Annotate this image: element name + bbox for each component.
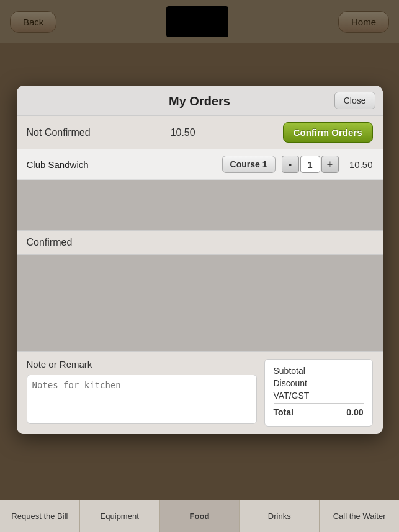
bottom-tab-bar: Request the Bill Equipment Food Drinks C… bbox=[0, 500, 399, 532]
confirm-orders-button[interactable]: Confirm Orders bbox=[283, 122, 373, 143]
course-badge[interactable]: Course 1 bbox=[222, 156, 276, 173]
total-value: 0.00 bbox=[346, 407, 363, 417]
modal-title: My Orders bbox=[169, 94, 230, 109]
qty-increase-button[interactable]: + bbox=[321, 156, 339, 173]
note-left: Note or Remark bbox=[27, 359, 257, 427]
note-label: Note or Remark bbox=[27, 359, 257, 370]
qty-controls: - 1 + bbox=[282, 156, 339, 173]
not-confirmed-label: Not Confirmed bbox=[27, 127, 91, 138]
order-price: 10.50 bbox=[345, 159, 373, 170]
confirmed-label: Confirmed bbox=[27, 237, 73, 248]
modal-header: My Orders Close bbox=[17, 86, 383, 115]
tab-request-bill[interactable]: Request the Bill bbox=[0, 500, 80, 532]
orders-area: Club Sandwich Course 1 - 1 + 10.50 bbox=[17, 149, 383, 230]
subtotal-row: Subtotal bbox=[274, 366, 364, 376]
confirmed-area bbox=[17, 255, 383, 351]
note-section: Note or Remark Subtotal Discount VAT/GST… bbox=[17, 351, 383, 434]
vat-row: VAT/GST bbox=[274, 391, 364, 401]
tab-call-waiter[interactable]: Call the Waiter bbox=[320, 500, 399, 532]
qty-decrease-button[interactable]: - bbox=[282, 156, 299, 173]
confirmed-header: Confirmed bbox=[17, 230, 383, 255]
total-label: Total bbox=[274, 407, 294, 417]
subtotal-label: Subtotal bbox=[274, 366, 305, 376]
totals-box: Subtotal Discount VAT/GST Total 0.00 bbox=[264, 359, 373, 427]
not-confirmed-amount: 10.50 bbox=[171, 127, 195, 138]
total-row: Total 0.00 bbox=[274, 403, 364, 417]
tab-drinks[interactable]: Drinks bbox=[240, 500, 320, 532]
discount-row: Discount bbox=[274, 378, 364, 388]
qty-display: 1 bbox=[300, 156, 320, 173]
tab-food[interactable]: Food bbox=[160, 500, 240, 532]
discount-label: Discount bbox=[274, 378, 307, 388]
order-name: Club Sandwich bbox=[27, 159, 216, 170]
modal-overlay: My Orders Close Not Confirmed 10.50 Conf… bbox=[0, 0, 399, 532]
orders-modal: My Orders Close Not Confirmed 10.50 Conf… bbox=[17, 86, 383, 434]
close-button[interactable]: Close bbox=[334, 92, 375, 109]
not-confirmed-header: Not Confirmed 10.50 Confirm Orders bbox=[17, 115, 383, 149]
note-textarea[interactable] bbox=[27, 375, 257, 424]
vat-label: VAT/GST bbox=[274, 391, 310, 401]
tab-equipment[interactable]: Equipment bbox=[80, 500, 160, 532]
order-row: Club Sandwich Course 1 - 1 + 10.50 bbox=[17, 149, 383, 180]
